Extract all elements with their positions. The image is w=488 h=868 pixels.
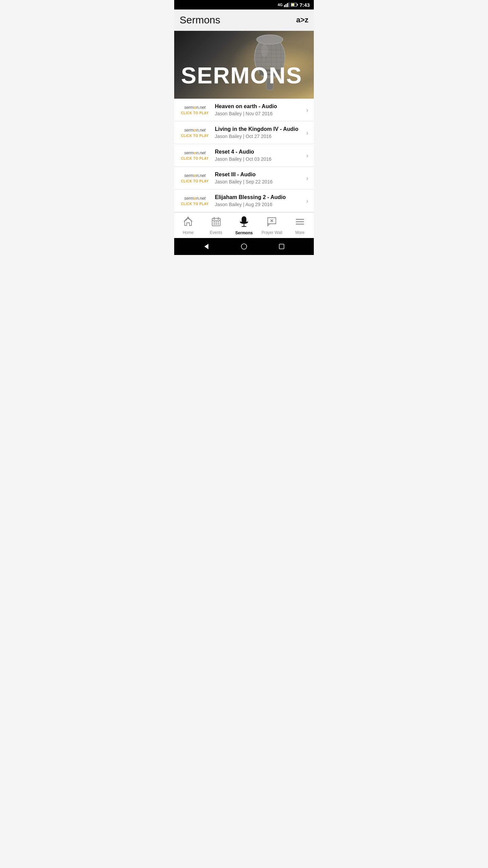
svg-rect-0 [284,5,285,7]
microphone-icon [238,216,250,229]
sermon-title: Heaven on earth - Audio [215,103,301,110]
sermon-meta: Jason Bailey | Nov 07 2016 [215,111,301,116]
dot-icon: ø [194,196,196,201]
click-to-play-label[interactable]: CLICK TO PLAY [181,111,209,115]
sermon-meta: Jason Bailey | Oct 27 2016 [215,134,301,139]
svg-rect-1 [285,4,286,7]
page-title: Sermons [180,14,220,26]
nav-label-prayer-wall: Prayer Wall [262,230,283,235]
sermon-logo: sermøn.net CLICK TO PLAY [180,150,210,160]
nav-item-home[interactable]: Home [174,213,202,238]
dot-icon: ø [194,173,196,178]
sermon-net-brand: sermøn.net [184,173,206,178]
svg-rect-38 [218,223,219,224]
svg-point-25 [261,44,268,57]
sermon-meta: Jason Bailey | Aug 29 2016 [215,202,301,207]
chevron-right-icon: › [306,152,308,159]
sermon-list-item[interactable]: sermøn.net CLICK TO PLAY Heaven on earth… [174,99,314,121]
android-nav-bar [174,238,314,255]
recents-button[interactable] [277,241,287,252]
az-sort-button[interactable]: a>z [296,16,308,24]
sermon-title: Living in the Kingdom IV - Audio [215,126,301,132]
battery-icon [291,3,298,7]
chevron-right-icon: › [306,174,308,182]
signal-icon: 4G [278,3,283,7]
sermon-logo: sermøn.net CLICK TO PLAY [180,105,210,115]
sermon-info: Heaven on earth - Audio Jason Bailey | N… [215,103,301,116]
svg-rect-34 [216,221,217,222]
svg-rect-2 [287,3,288,7]
sermon-list-item[interactable]: sermøn.net CLICK TO PLAY Elijaham Blessi… [174,190,314,212]
sermon-net-brand: sermøn.net [184,196,206,201]
home-button[interactable] [239,241,249,252]
back-button[interactable] [201,241,211,252]
bottom-navigation: Home Events Sermons [174,212,314,238]
click-to-play-label[interactable]: CLICK TO PLAY [181,157,209,160]
svg-rect-3 [288,2,289,7]
dot-icon: ø [194,150,196,155]
signal-bars-icon [284,2,289,7]
sermon-logo: sermøn.net CLICK TO PLAY [180,127,210,138]
sermon-net-brand: sermøn.net [184,127,206,133]
calendar-icon [211,216,222,229]
sermon-meta: Jason Bailey | Sep 22 2016 [215,179,301,184]
nav-label-home: Home [183,230,194,235]
nav-item-events[interactable]: Events [202,213,230,238]
sermon-info: Reset 4 - Audio Jason Bailey | Oct 03 20… [215,149,301,162]
sermon-logo: sermøn.net CLICK TO PLAY [180,196,210,206]
svg-marker-47 [204,244,208,249]
time-display: 7:43 [300,2,310,8]
nav-item-prayer-wall[interactable]: Prayer Wall [258,213,286,238]
sermon-title: Elijaham Blessing 2 - Audio [215,194,301,200]
hero-banner: SM58 SERMONS [174,31,314,99]
sermon-meta: Jason Bailey | Oct 03 2016 [215,156,301,162]
nav-label-more: More [295,230,304,235]
svg-rect-37 [216,223,217,224]
hero-title-text: SERMONS [174,62,314,88]
sermon-net-brand: sermøn.net [184,105,206,110]
sermon-list: sermøn.net CLICK TO PLAY Heaven on earth… [174,99,314,212]
chevron-right-icon: › [306,197,308,205]
sermon-title: Reset 4 - Audio [215,149,301,155]
nav-item-more[interactable]: More [286,213,314,238]
click-to-play-label[interactable]: CLICK TO PLAY [181,202,209,206]
svg-point-48 [241,244,247,249]
status-bar: 4G 7:43 [174,0,314,9]
svg-rect-5 [297,4,298,6]
click-to-play-label[interactable]: CLICK TO PLAY [181,179,209,183]
sermon-info: Elijaham Blessing 2 - Audio Jason Bailey… [215,194,301,207]
nav-label-sermons: Sermons [235,231,252,235]
click-to-play-label[interactable]: CLICK TO PLAY [181,134,209,138]
chevron-right-icon: › [306,129,308,137]
svg-rect-33 [214,221,215,222]
sermon-info: Living in the Kingdom IV - Audio Jason B… [215,126,301,139]
sermon-list-item[interactable]: sermøn.net CLICK TO PLAY Living in the K… [174,121,314,144]
sermon-list-item[interactable]: sermøn.net CLICK TO PLAY Reset 4 - Audio… [174,144,314,167]
sermon-logo: sermøn.net CLICK TO PLAY [180,173,210,183]
svg-rect-49 [279,244,284,249]
sermon-title: Reset III - Audio [215,172,301,178]
nav-item-sermons[interactable]: Sermons [230,213,258,238]
chevron-right-icon: › [306,106,308,114]
sermon-info: Reset III - Audio Jason Bailey | Sep 22 … [215,172,301,184]
sermon-net-brand: sermøn.net [184,150,206,155]
hamburger-icon [294,216,305,229]
nav-label-events: Events [210,230,222,235]
dot-icon: ø [194,127,196,133]
status-icons: 4G 7:43 [278,2,310,8]
svg-rect-36 [214,223,215,224]
dot-icon: ø [194,105,196,110]
sermon-list-item[interactable]: sermøn.net CLICK TO PLAY Reset III - Aud… [174,167,314,190]
svg-rect-35 [218,221,219,222]
svg-point-24 [257,35,283,44]
home-icon [183,216,194,229]
chat-cross-icon [266,216,277,229]
app-header: Sermons a>z [174,9,314,31]
